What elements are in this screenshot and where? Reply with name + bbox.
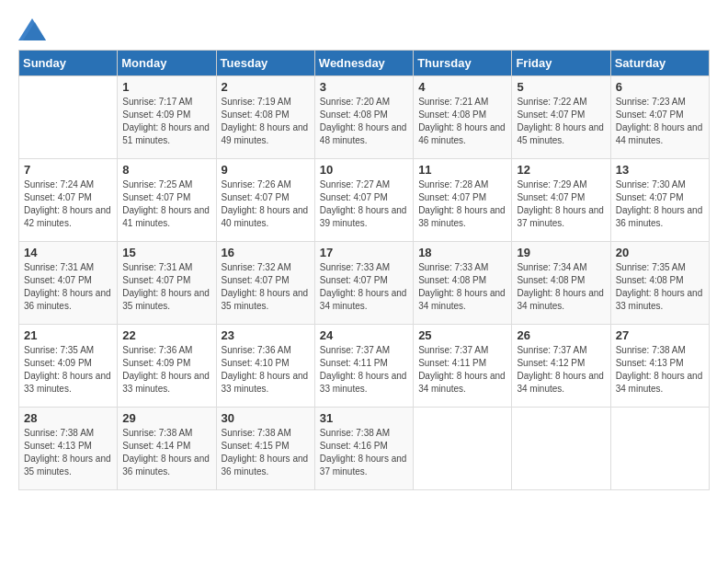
calendar-day-cell: 15Sunrise: 7:31 AMSunset: 4:07 PMDayligh… <box>118 242 216 325</box>
day-number: 1 <box>122 80 210 94</box>
day-number: 14 <box>24 246 112 259</box>
day-info: Sunrise: 7:20 AMSunset: 4:08 PMDaylight:… <box>320 96 408 147</box>
day-info: Sunrise: 7:28 AMSunset: 4:07 PMDaylight:… <box>418 178 506 230</box>
calendar-day-cell: 12Sunrise: 7:29 AMSunset: 4:07 PMDayligh… <box>512 159 610 242</box>
calendar-day-cell: 17Sunrise: 7:33 AMSunset: 4:07 PMDayligh… <box>314 242 413 325</box>
day-info: Sunrise: 7:21 AMSunset: 4:08 PMDaylight:… <box>418 96 506 147</box>
day-info: Sunrise: 7:38 AMSunset: 4:13 PMDaylight:… <box>616 344 704 396</box>
day-info: Sunrise: 7:22 AMSunset: 4:07 PMDaylight:… <box>517 96 605 147</box>
day-number: 31 <box>320 411 408 425</box>
weekday-header: Sunday <box>19 51 118 76</box>
day-number: 22 <box>122 328 210 342</box>
day-number: 20 <box>616 246 704 259</box>
calendar-day-cell: 8Sunrise: 7:25 AMSunset: 4:07 PMDaylight… <box>118 159 216 242</box>
calendar-day-cell: 7Sunrise: 7:24 AMSunset: 4:07 PMDaylight… <box>19 159 118 242</box>
calendar-day-cell: 3Sunrise: 7:20 AMSunset: 4:08 PMDaylight… <box>314 76 413 159</box>
day-info: Sunrise: 7:34 AMSunset: 4:08 PMDaylight:… <box>517 261 605 313</box>
day-number: 27 <box>616 328 704 342</box>
calendar-day-cell: 11Sunrise: 7:28 AMSunset: 4:07 PMDayligh… <box>414 159 512 242</box>
day-info: Sunrise: 7:38 AMSunset: 4:13 PMDaylight:… <box>24 427 112 478</box>
day-number: 5 <box>517 80 605 94</box>
day-number: 7 <box>24 163 112 177</box>
calendar-day-cell: 19Sunrise: 7:34 AMSunset: 4:08 PMDayligh… <box>512 242 610 325</box>
day-number: 6 <box>616 80 704 94</box>
calendar-day-cell: 4Sunrise: 7:21 AMSunset: 4:08 PMDaylight… <box>414 76 512 159</box>
calendar-day-cell: 31Sunrise: 7:38 AMSunset: 4:16 PMDayligh… <box>314 408 413 490</box>
day-number: 17 <box>320 246 408 259</box>
calendar-day-cell <box>512 408 610 490</box>
day-info: Sunrise: 7:25 AMSunset: 4:07 PMDaylight:… <box>122 178 210 230</box>
calendar-day-cell: 16Sunrise: 7:32 AMSunset: 4:07 PMDayligh… <box>216 242 314 325</box>
calendar-day-cell: 9Sunrise: 7:26 AMSunset: 4:07 PMDaylight… <box>216 159 314 242</box>
logo-icon <box>18 18 46 40</box>
weekday-header: Wednesday <box>314 51 413 76</box>
day-info: Sunrise: 7:27 AMSunset: 4:07 PMDaylight:… <box>320 178 408 230</box>
calendar-day-cell: 27Sunrise: 7:38 AMSunset: 4:13 PMDayligh… <box>610 325 709 408</box>
day-number: 4 <box>418 80 506 94</box>
day-number: 16 <box>222 246 310 259</box>
day-info: Sunrise: 7:33 AMSunset: 4:08 PMDaylight:… <box>418 261 506 313</box>
calendar-day-cell: 13Sunrise: 7:30 AMSunset: 4:07 PMDayligh… <box>610 159 709 242</box>
calendar-day-cell: 29Sunrise: 7:38 AMSunset: 4:14 PMDayligh… <box>118 408 216 490</box>
day-info: Sunrise: 7:24 AMSunset: 4:07 PMDaylight:… <box>24 178 112 230</box>
day-number: 9 <box>222 163 310 177</box>
calendar-day-cell <box>610 408 709 490</box>
day-info: Sunrise: 7:31 AMSunset: 4:07 PMDaylight:… <box>24 261 112 313</box>
calendar-day-cell: 1Sunrise: 7:17 AMSunset: 4:09 PMDaylight… <box>118 76 216 159</box>
calendar-day-cell: 2Sunrise: 7:19 AMSunset: 4:08 PMDaylight… <box>216 76 314 159</box>
calendar-week-row: 21Sunrise: 7:35 AMSunset: 4:09 PMDayligh… <box>19 325 710 408</box>
weekday-header: Monday <box>118 51 216 76</box>
calendar-day-cell: 30Sunrise: 7:38 AMSunset: 4:15 PMDayligh… <box>216 408 314 490</box>
calendar-header-row: SundayMondayTuesdayWednesdayThursdayFrid… <box>19 51 710 76</box>
calendar-day-cell: 18Sunrise: 7:33 AMSunset: 4:08 PMDayligh… <box>414 242 512 325</box>
day-number: 29 <box>122 411 210 425</box>
day-info: Sunrise: 7:35 AMSunset: 4:08 PMDaylight:… <box>616 261 704 313</box>
day-info: Sunrise: 7:35 AMSunset: 4:09 PMDaylight:… <box>24 344 112 396</box>
day-info: Sunrise: 7:17 AMSunset: 4:09 PMDaylight:… <box>122 96 210 147</box>
calendar-day-cell: 5Sunrise: 7:22 AMSunset: 4:07 PMDaylight… <box>512 76 610 159</box>
day-info: Sunrise: 7:37 AMSunset: 4:11 PMDaylight:… <box>418 344 506 396</box>
day-info: Sunrise: 7:38 AMSunset: 4:14 PMDaylight:… <box>122 427 210 478</box>
calendar-day-cell: 6Sunrise: 7:23 AMSunset: 4:07 PMDaylight… <box>610 76 709 159</box>
calendar-day-cell: 21Sunrise: 7:35 AMSunset: 4:09 PMDayligh… <box>19 325 118 408</box>
day-info: Sunrise: 7:30 AMSunset: 4:07 PMDaylight:… <box>616 178 704 230</box>
day-number: 28 <box>24 411 112 425</box>
calendar-table: SundayMondayTuesdayWednesdayThursdayFrid… <box>18 50 710 490</box>
day-info: Sunrise: 7:36 AMSunset: 4:10 PMDaylight:… <box>222 344 310 396</box>
weekday-header: Saturday <box>610 51 709 76</box>
calendar-day-cell: 28Sunrise: 7:38 AMSunset: 4:13 PMDayligh… <box>19 408 118 490</box>
day-number: 3 <box>320 80 408 94</box>
calendar-week-row: 1Sunrise: 7:17 AMSunset: 4:09 PMDaylight… <box>19 76 710 159</box>
day-info: Sunrise: 7:32 AMSunset: 4:07 PMDaylight:… <box>222 261 310 313</box>
day-info: Sunrise: 7:37 AMSunset: 4:11 PMDaylight:… <box>320 344 408 396</box>
calendar-day-cell: 22Sunrise: 7:36 AMSunset: 4:09 PMDayligh… <box>118 325 216 408</box>
day-number: 21 <box>24 328 112 342</box>
weekday-header: Friday <box>512 51 610 76</box>
day-info: Sunrise: 7:26 AMSunset: 4:07 PMDaylight:… <box>222 178 310 230</box>
day-number: 11 <box>418 163 506 177</box>
page-header <box>18 18 710 40</box>
day-info: Sunrise: 7:33 AMSunset: 4:07 PMDaylight:… <box>320 261 408 313</box>
day-info: Sunrise: 7:37 AMSunset: 4:12 PMDaylight:… <box>517 344 605 396</box>
calendar-day-cell: 23Sunrise: 7:36 AMSunset: 4:10 PMDayligh… <box>216 325 314 408</box>
day-number: 24 <box>320 328 408 342</box>
day-number: 2 <box>222 80 310 94</box>
day-number: 23 <box>222 328 310 342</box>
day-number: 26 <box>517 328 605 342</box>
day-info: Sunrise: 7:29 AMSunset: 4:07 PMDaylight:… <box>517 178 605 230</box>
day-number: 12 <box>517 163 605 177</box>
calendar-day-cell: 20Sunrise: 7:35 AMSunset: 4:08 PMDayligh… <box>610 242 709 325</box>
calendar-day-cell: 24Sunrise: 7:37 AMSunset: 4:11 PMDayligh… <box>314 325 413 408</box>
day-info: Sunrise: 7:31 AMSunset: 4:07 PMDaylight:… <box>122 261 210 313</box>
weekday-header: Tuesday <box>216 51 314 76</box>
calendar-day-cell <box>19 76 118 159</box>
calendar-week-row: 7Sunrise: 7:24 AMSunset: 4:07 PMDaylight… <box>19 159 710 242</box>
day-number: 30 <box>222 411 310 425</box>
day-number: 10 <box>320 163 408 177</box>
calendar-day-cell: 25Sunrise: 7:37 AMSunset: 4:11 PMDayligh… <box>414 325 512 408</box>
calendar-day-cell: 14Sunrise: 7:31 AMSunset: 4:07 PMDayligh… <box>19 242 118 325</box>
day-number: 19 <box>517 246 605 259</box>
calendar-week-row: 28Sunrise: 7:38 AMSunset: 4:13 PMDayligh… <box>19 408 710 490</box>
day-number: 8 <box>122 163 210 177</box>
calendar-day-cell <box>414 408 512 490</box>
